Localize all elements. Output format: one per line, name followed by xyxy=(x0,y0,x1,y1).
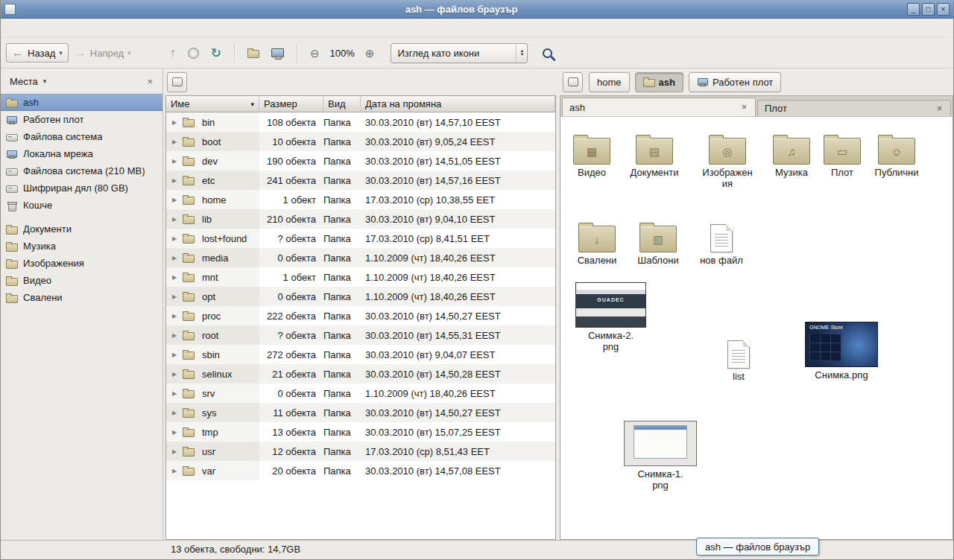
menu-item[interactable] xyxy=(71,25,84,31)
sidebar-item[interactable]: Видео xyxy=(1,272,162,289)
expander-icon[interactable]: ▶ xyxy=(166,177,183,184)
sidebar-item[interactable]: Файлова система (210 MB) xyxy=(1,162,162,179)
forward-button[interactable]: → Напред ▾ xyxy=(69,43,137,63)
icon-view-item[interactable]: ▭ Плот xyxy=(814,126,871,179)
expander-icon[interactable]: ▶ xyxy=(166,274,183,281)
stop-button[interactable] xyxy=(182,44,205,63)
tab[interactable]: ash × xyxy=(562,98,756,116)
icon-view-item[interactable]: ♫ Музика xyxy=(763,126,820,179)
expander-icon[interactable]: ▶ xyxy=(166,468,183,474)
expander-icon[interactable]: ▶ xyxy=(166,448,183,455)
expander-icon[interactable]: ▶ xyxy=(166,371,183,378)
icon-view-item[interactable]: ↓ Свалени xyxy=(569,214,625,267)
expander-icon[interactable]: ▶ xyxy=(166,139,183,145)
pane-location-button[interactable] xyxy=(167,72,187,92)
table-row[interactable]: ▶ srv 0 обекта Папка 1.10.2009 (чт) 18,4… xyxy=(166,384,555,403)
table-row[interactable]: ▶ lost+found ? обекта Папка 17.03.2010 (… xyxy=(166,229,555,248)
menu-item[interactable] xyxy=(44,25,57,31)
menu-item[interactable] xyxy=(57,25,71,31)
table-row[interactable]: ▶ selinux 21 обекта Папка 30.03.2010 (вт… xyxy=(166,364,555,384)
table-row[interactable]: ▶ opt 0 обекта Папка 1.10.2009 (чт) 18,4… xyxy=(166,287,555,306)
table-row[interactable]: ▶ root ? обекта Папка 30.03.2010 (вт) 14… xyxy=(166,325,555,345)
sidebar-mode-dropdown[interactable]: Места ▾ xyxy=(5,74,51,89)
column-header-size[interactable]: Размер xyxy=(259,96,323,112)
expander-icon[interactable]: ▶ xyxy=(166,255,183,261)
table-row[interactable]: ▶ etc 241 обекта Папка 30.03.2010 (вт) 1… xyxy=(166,171,555,190)
breadcrumb-button[interactable]: home xyxy=(589,72,630,92)
expander-icon[interactable]: ▶ xyxy=(166,332,183,339)
table-row[interactable]: ▶ proc 222 обекта Папка 30.03.2010 (вт) … xyxy=(166,306,555,325)
pane-location-button[interactable] xyxy=(563,72,583,92)
search-button[interactable] xyxy=(537,45,558,62)
icon-view-item[interactable]: ▦ Видео xyxy=(563,126,620,179)
icon-view-item[interactable]: ▤ Документи xyxy=(626,126,683,179)
sidebar-item[interactable]: Музика xyxy=(1,238,162,255)
sidebar-item[interactable]: Документи xyxy=(1,220,162,238)
sidebar-item[interactable]: Локална мрежа xyxy=(1,145,162,162)
back-button[interactable]: ← Назад ▾ xyxy=(6,43,69,63)
reload-button[interactable]: ↻ xyxy=(205,43,227,63)
menu-item[interactable] xyxy=(17,25,31,31)
forward-label: Напред xyxy=(90,48,124,59)
sidebar-item[interactable]: Шифриран дял (80 GB) xyxy=(1,179,162,197)
expander-icon[interactable]: ▶ xyxy=(166,410,183,416)
table-row[interactable]: ▶ var 20 обекта Папка 30.03.2010 (вт) 14… xyxy=(166,461,555,480)
computer-button[interactable] xyxy=(265,45,290,61)
breadcrumb-button[interactable]: ash xyxy=(635,72,683,92)
table-row[interactable]: ▶ boot 10 обекта Папка 30.03.2010 (вт) 9… xyxy=(166,132,555,151)
column-header-type[interactable]: Вид xyxy=(323,96,361,112)
sidebar-item[interactable]: Изображения xyxy=(1,255,162,272)
sidebar-item[interactable]: Свалени xyxy=(1,289,162,306)
expander-icon[interactable]: ▶ xyxy=(166,293,183,300)
zoom-in-button[interactable]: ⊕ xyxy=(359,44,381,63)
icon-view-item[interactable]: GUADEC Снимка-2. png xyxy=(575,282,647,353)
expander-icon[interactable]: ▶ xyxy=(166,390,183,397)
expander-icon[interactable]: ▶ xyxy=(166,429,183,436)
table-row[interactable]: ▶ sys 11 обекта Папка 30.03.2010 (вт) 14… xyxy=(166,403,555,422)
icon-view-item[interactable]: ◎ Изображен ия xyxy=(699,126,756,190)
icon-view-item[interactable]: GNOME Store Снимка.png xyxy=(804,322,879,381)
expander-icon[interactable]: ▶ xyxy=(166,235,183,242)
close-button[interactable]: × xyxy=(937,3,950,16)
column-header-name[interactable]: Име ▾ xyxy=(166,96,259,112)
column-header-date[interactable]: Дата на промяна xyxy=(361,96,555,112)
expander-icon[interactable]: ▶ xyxy=(166,119,183,126)
expander-icon[interactable]: ▶ xyxy=(166,197,183,203)
icon-view-item[interactable]: нов файл xyxy=(693,214,750,267)
table-row[interactable]: ▶ bin 108 обекта Папка 30.03.2010 (вт) 1… xyxy=(166,112,555,132)
view-mode-combobox[interactable]: Изглед като икони ▲ ▼ xyxy=(391,43,528,63)
table-row[interactable]: ▶ media 0 обекта Папка 1.10.2009 (чт) 18… xyxy=(166,248,555,267)
tab-close-icon[interactable]: × xyxy=(935,104,944,114)
expander-icon[interactable]: ▶ xyxy=(166,158,183,165)
icon-view-item[interactable]: Снимка-1. png xyxy=(623,421,698,491)
expander-icon[interactable]: ▶ xyxy=(166,313,183,319)
sidebar-close-icon[interactable]: × xyxy=(142,74,158,89)
sidebar-item[interactable]: Файлова система xyxy=(1,128,162,145)
table-row[interactable]: ▶ tmp 13 обекта Папка 30.03.2010 (вт) 15… xyxy=(166,422,555,442)
sidebar-item[interactable]: ash xyxy=(1,94,162,111)
breadcrumb-button[interactable]: Работен плот xyxy=(689,72,781,92)
sidebar-item[interactable]: Кошче xyxy=(1,197,162,214)
expander-icon[interactable]: ▶ xyxy=(166,216,183,223)
tab-close-icon[interactable]: × xyxy=(740,102,748,112)
icon-view-item[interactable]: list xyxy=(710,330,767,383)
icon-view-item[interactable]: ☺ Публични xyxy=(868,126,925,179)
home-button[interactable] xyxy=(241,43,265,63)
minimize-button[interactable]: _ xyxy=(907,3,920,16)
icon-view-item[interactable]: ▥ Шаблони xyxy=(630,214,686,267)
sidebar-item[interactable]: Работен плот xyxy=(1,111,162,128)
expander-icon[interactable]: ▶ xyxy=(166,351,183,358)
table-row[interactable]: ▶ usr 12 обекта Папка 17.03.2010 (ср) 8,… xyxy=(166,442,555,461)
maximize-button[interactable]: □ xyxy=(922,3,935,16)
titlebar[interactable]: ash — файлов браузър _ □ × xyxy=(1,0,953,19)
table-row[interactable]: ▶ mnt 1 обект Папка 1.10.2009 (чт) 18,40… xyxy=(166,267,555,287)
table-row[interactable]: ▶ sbin 272 обекта Папка 30.03.2010 (вт) … xyxy=(166,345,555,364)
menu-item[interactable] xyxy=(4,25,17,31)
menu-item[interactable] xyxy=(31,25,44,31)
table-row[interactable]: ▶ home 1 обект Папка 17.03.2010 (ср) 10,… xyxy=(166,190,555,209)
up-button[interactable]: ↑ xyxy=(164,43,182,63)
table-row[interactable]: ▶ dev 190 обекта Папка 30.03.2010 (вт) 1… xyxy=(166,151,555,171)
zoom-out-button[interactable]: ⊖ xyxy=(304,44,326,63)
table-row[interactable]: ▶ lib 210 обекта Папка 30.03.2010 (вт) 9… xyxy=(166,209,555,229)
tab[interactable]: Плот × xyxy=(757,100,951,116)
